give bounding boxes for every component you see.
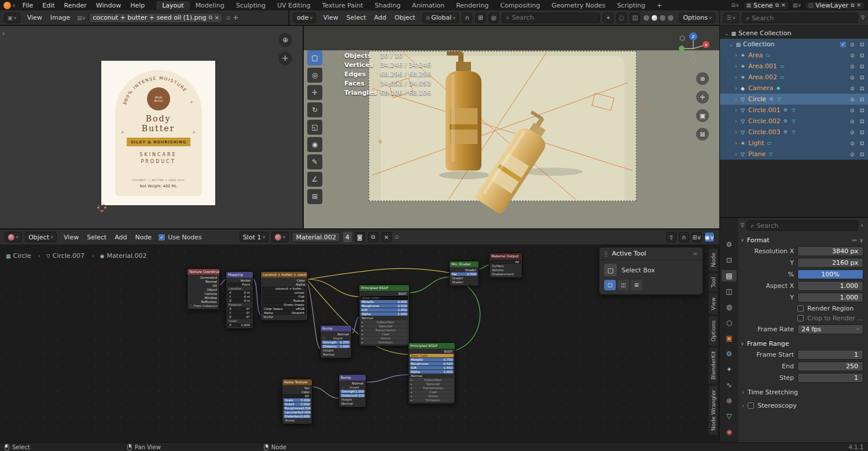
- node-row[interactable]: IOR1.450: [361, 308, 408, 312]
- object-name[interactable]: Area.002: [748, 73, 777, 81]
- proportional-edit-icon[interactable]: ◎: [488, 13, 499, 23]
- viewport-nav-button[interactable]: ▣: [696, 109, 709, 122]
- shading-mode-toggle[interactable]: [643, 14, 674, 21]
- outliner-item[interactable]: Circle: [720, 94, 868, 105]
- object-name[interactable]: Circle.003: [748, 128, 780, 136]
- overlays-icon[interactable]: ◌: [616, 13, 627, 23]
- node-row[interactable]: Vector: [262, 315, 306, 319]
- image-datablock[interactable]: coconut + butter + seed oil (1).png ⧉ ✕: [89, 13, 223, 23]
- disable-in-renders-icon[interactable]: [858, 130, 866, 135]
- options-dropdown[interactable]: Options∨: [679, 13, 715, 23]
- crop-checkbox[interactable]: [797, 315, 804, 321]
- node-row[interactable]: Z0 m: [227, 299, 252, 302]
- node-row[interactable]: Coat: [410, 390, 454, 394]
- properties-filter-icon[interactable]: ∇: [741, 223, 744, 228]
- disable-in-renders-icon[interactable]: [858, 75, 866, 80]
- scene-collection-row[interactable]: ▦ Scene Collection: [720, 28, 868, 39]
- scene-browse-icon[interactable]: ⊟∨: [731, 2, 739, 8]
- outliner-item[interactable]: Circle.002: [720, 116, 868, 127]
- new-material-icon[interactable]: ⧉: [368, 232, 378, 242]
- node-row[interactable]: Strength1.000: [340, 390, 365, 393]
- solid-shading-icon[interactable]: [651, 14, 658, 21]
- properties-tab[interactable]: ▽: [722, 411, 737, 422]
- expand-chevron-icon[interactable]: [735, 51, 737, 59]
- snap-dropdown-icon[interactable]: ⊞: [475, 13, 486, 23]
- chevron-down-icon[interactable]: ∨: [12, 3, 16, 8]
- node-row[interactable]: Transmission: [410, 386, 454, 390]
- overlay-toggle-icon[interactable]: ◉∨: [704, 232, 715, 242]
- hide-in-viewport-icon[interactable]: [848, 141, 856, 146]
- node-row[interactable]: X0°: [227, 307, 252, 310]
- node-row[interactable]: Roughness0.500: [284, 406, 311, 410]
- node-header[interactable]: Material Output: [490, 253, 522, 259]
- 3d-viewport[interactable]: Objects10 / 10 Vertices34,246 / 34,246 E…: [304, 26, 719, 228]
- node-canvas[interactable]: ▦ Circle ▽ Circle.007 ◉ Material.002: [0, 245, 707, 442]
- viewlayer-add-icon[interactable]: ⧉: [851, 2, 854, 9]
- node-noise-texture[interactable]: Noise Texture FacColor3DScale5.000Detail…: [282, 379, 312, 424]
- mode-dropdown[interactable]: ode∨: [293, 13, 317, 23]
- node-row[interactable]: Emission: [361, 341, 408, 344]
- shader-menu[interactable]: Node: [131, 232, 156, 242]
- expand-chevron-icon[interactable]: [735, 139, 737, 147]
- orientation-dropdown[interactable]: ⊘Global∨: [422, 13, 459, 23]
- node-row[interactable]: Y0 m: [227, 295, 252, 298]
- object-name[interactable]: Circle.002: [748, 117, 780, 125]
- expand-chevron-icon[interactable]: [735, 84, 737, 92]
- unlink-material-icon[interactable]: ✕: [381, 232, 392, 242]
- pin-material-icon[interactable]: ⊙: [395, 234, 399, 240]
- viewport-tool-button[interactable]: ✛: [307, 85, 322, 100]
- node-row[interactable]: Lacunarity2.000: [284, 411, 311, 414]
- property-value-field[interactable]: 1.000: [797, 281, 863, 291]
- slot-dropdown[interactable]: Slot 1∨: [240, 232, 269, 242]
- properties-tab[interactable]: ◉: [722, 426, 737, 438]
- viewport-nav-button[interactable]: ✛: [696, 91, 709, 103]
- viewport-search[interactable]: ⌕: [502, 13, 600, 23]
- outliner-search-input[interactable]: [752, 14, 815, 22]
- node-row[interactable]: Shader: [451, 268, 477, 272]
- expand-chevron-icon[interactable]: [735, 106, 737, 114]
- node-row[interactable]: X1.000: [227, 323, 252, 327]
- collapse-chevron-icon[interactable]: [729, 40, 734, 48]
- node-row[interactable]: IOR1.450: [410, 366, 454, 369]
- node-row[interactable]: Base Color: [410, 354, 454, 357]
- object-name[interactable]: Area: [748, 51, 763, 59]
- node-row[interactable]: Linear: [262, 291, 306, 294]
- shader-menu[interactable]: Select: [83, 232, 111, 242]
- image-shield-icon[interactable]: ⧉: [209, 14, 212, 21]
- node-row[interactable]: Y0°: [227, 311, 252, 315]
- properties-search[interactable]: ⌕: [746, 220, 858, 231]
- disable-in-renders-icon[interactable]: [858, 141, 866, 146]
- pan-hand-icon[interactable]: ✛: [278, 51, 292, 65]
- node-texture-coordinate[interactable]: Texture Coordinate GeneratedNormalUVObje…: [187, 268, 220, 310]
- sidebar-tab[interactable]: Options: [709, 316, 718, 346]
- properties-tab[interactable]: ⚙: [722, 348, 737, 360]
- node-row[interactable]: Specular: [410, 382, 454, 386]
- expand-chevron-icon[interactable]: [735, 95, 737, 103]
- hide-in-viewport-icon[interactable]: [848, 53, 856, 58]
- crop-row[interactable]: Crop to Render ...: [797, 315, 863, 322]
- node-header[interactable]: Principled BSDF: [409, 343, 455, 349]
- outliner[interactable]: ☰∨ ⌕ ∇ ▦ Scene Collection ▧: [720, 10, 868, 217]
- workspace-tab[interactable]: Scripting: [611, 1, 651, 10]
- node-row[interactable]: Color: [262, 279, 306, 282]
- node-row[interactable]: Rotation: [227, 303, 252, 306]
- node-header[interactable]: coconut + butter + seed oil (1).png: [261, 272, 307, 278]
- shader-editor[interactable]: ∨ Object∨ ViewSelectAddNode ✓ Use Nodes …: [0, 228, 719, 442]
- workspace-tab[interactable]: Texture Paint: [316, 1, 369, 10]
- node-row[interactable]: AlphaStraight: [262, 311, 306, 315]
- outliner-type-button[interactable]: ☰∨: [723, 13, 739, 23]
- node-row[interactable]: Scale5.000: [284, 398, 311, 402]
- node-row[interactable]: Height: [340, 398, 365, 401]
- tool-variant-button[interactable]: ◫: [617, 280, 629, 290]
- go-parent-icon[interactable]: ⇧: [666, 232, 676, 242]
- breadcrumb-item[interactable]: ▦ Circle: [6, 252, 41, 260]
- use-nodes-checkbox[interactable]: ✓: [159, 234, 165, 241]
- properties-tab[interactable]: ▣: [722, 332, 737, 344]
- scene-close-icon[interactable]: ✕: [781, 2, 786, 8]
- properties-tab[interactable]: ○: [722, 317, 737, 328]
- viewport-tool-button[interactable]: ↻: [307, 102, 322, 117]
- snap-magnet-icon[interactable]: ∩: [462, 13, 472, 23]
- object-name[interactable]: Circle: [748, 95, 766, 103]
- fake-user-shield-icon[interactable]: ◙: [355, 232, 365, 242]
- node-row[interactable]: X0 m: [227, 291, 252, 294]
